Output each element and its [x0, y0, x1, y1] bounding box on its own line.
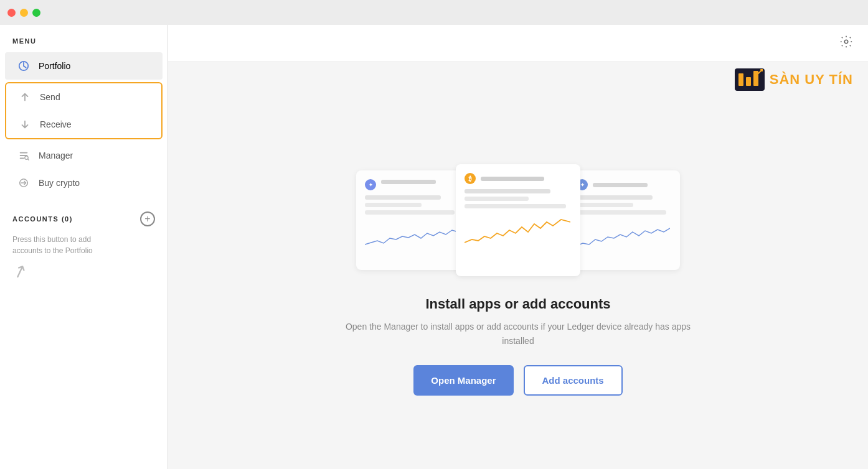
card-lines-left	[365, 195, 460, 215]
center-area: ✦	[168, 91, 868, 469]
sidebar-item-portfolio[interactable]: Portfolio	[5, 52, 163, 80]
send-label: Send	[40, 92, 60, 102]
title-bar	[0, 0, 868, 25]
sidebar-item-buy-crypto[interactable]: Buy crypto	[5, 169, 163, 197]
close-button[interactable]	[7, 9, 16, 17]
accounts-header: ACCOUNTS (0) +	[12, 211, 155, 226]
mini-chart-left	[365, 221, 460, 252]
buy-crypto-icon	[17, 177, 30, 189]
action-buttons: Open Manager Add accounts	[413, 365, 622, 396]
svg-point-2	[844, 40, 848, 44]
sidebar: MENU Portfolio Send	[0, 25, 168, 469]
open-manager-button[interactable]: Open Manager	[413, 365, 513, 396]
sidebar-item-receive[interactable]: Receive	[6, 111, 161, 138]
card-header-middle: ₿	[465, 173, 572, 184]
receive-label: Receive	[40, 119, 72, 129]
install-desc: Open the Manager to install apps or add …	[331, 320, 705, 348]
send-receive-group: Send Receive	[5, 82, 163, 139]
add-accounts-button[interactable]: Add accounts	[524, 365, 623, 396]
app-body: MENU Portfolio Send	[0, 25, 868, 469]
install-title: Install apps or add accounts	[425, 296, 610, 312]
card-preview-right: ✦	[568, 170, 680, 270]
minimize-button[interactable]	[20, 9, 28, 17]
mini-chart-middle	[465, 215, 572, 246]
maximize-button[interactable]	[32, 9, 40, 17]
btc-icon-middle: ₿	[465, 173, 476, 184]
buy-crypto-label: Buy crypto	[39, 178, 80, 188]
sidebar-item-manager[interactable]: Manager	[5, 142, 163, 169]
portfolio-label: Portfolio	[39, 61, 70, 71]
accounts-label: ACCOUNTS (0)	[12, 215, 73, 223]
card-lines-middle	[465, 189, 572, 208]
main-content: SÀN UY TÍN ✦	[168, 25, 868, 469]
settings-button[interactable]	[839, 35, 853, 52]
card-preview-middle: ₿	[456, 164, 580, 276]
sidebar-item-send[interactable]: Send	[6, 83, 161, 111]
manager-label: Manager	[39, 151, 73, 160]
card-preview-left: ✦	[356, 170, 468, 270]
manager-icon	[17, 149, 30, 162]
accounts-hint: Press this button to add accounts to the…	[12, 234, 112, 256]
card-lines-right	[577, 195, 671, 215]
menu-label: MENU	[0, 37, 167, 52]
card-header-left: ✦	[365, 179, 460, 190]
brand-icon	[735, 68, 765, 91]
main-header	[168, 25, 868, 62]
portfolio-icon	[17, 60, 30, 72]
mini-chart-right	[577, 221, 671, 252]
traffic-lights	[7, 9, 40, 17]
brand-logo: SÀN UY TÍN	[168, 68, 868, 91]
receive-icon	[19, 118, 31, 131]
card-previews: ✦	[362, 164, 674, 276]
card-header-right: ✦	[577, 179, 671, 190]
eth-icon-left: ✦	[365, 179, 376, 190]
svg-rect-5	[746, 77, 751, 86]
brand-name: SÀN UY TÍN	[770, 72, 853, 88]
svg-rect-6	[753, 71, 758, 86]
accounts-section: ACCOUNTS (0) + Press this button to add …	[0, 211, 167, 282]
add-account-button[interactable]: +	[140, 211, 155, 226]
send-icon	[19, 91, 31, 103]
arrow-hint-icon: ↗	[9, 259, 30, 284]
svg-rect-4	[738, 73, 743, 86]
